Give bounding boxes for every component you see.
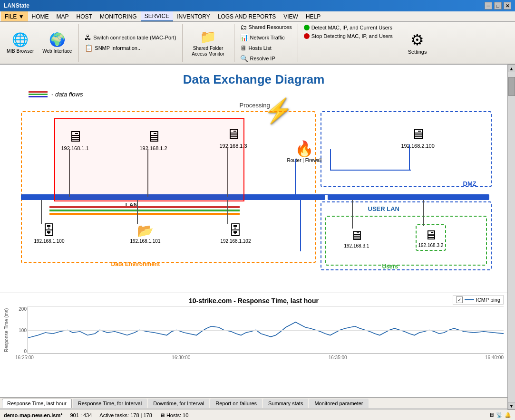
status-icons: 🖥 📡 🔔 [489,412,511,418]
diagram-legend: - data flows [0,91,507,98]
right-scrollbar: ▲ ▼ [507,65,515,410]
menu-logs[interactable]: LOGS AND REPORTS [214,11,280,21]
ribbon-group-resources: 🗂 Shared Resources 📊 Network Traffic 🖥 H… [234,24,298,62]
menu-monitoring[interactable]: MONITORING [96,11,141,21]
node-192-168-3-1[interactable]: 🖥 192.168.3.1 [344,228,369,248]
y-tick-labels: 200 100 0 [13,306,28,354]
menu-view[interactable]: VIEW [280,11,302,21]
detect-mac-button[interactable]: Detect MAC, IP, and Current Users [302,24,395,31]
x-label-4: 16:40:00 [485,355,504,360]
menu-help[interactable]: HELP [302,11,324,21]
resolve-ip-button[interactable]: 🔍 Resolve IP [238,54,294,63]
flow-red [49,206,240,208]
y-label-200: 200 [19,306,27,312]
network-traffic-button[interactable]: 📊 Network Traffic [238,33,294,42]
vline-router-down [300,194,301,251]
icmp-ping-checkbox[interactable]: ✓ [456,296,463,303]
menu-inventory[interactable]: INVENTORY [173,11,214,21]
user-lan-label: USER LAN [368,205,399,212]
tab-response-interval[interactable]: Response Time, for Interval [73,399,147,408]
node-192-168-1-100[interactable]: 🗄 192.168.1.100 [34,223,65,244]
node-3-2-icon: 🖥 [424,227,437,243]
window-controls: ─ □ ✕ [485,2,511,10]
vline-3-2 [423,200,424,226]
x-label-1: 16:25:00 [15,355,34,360]
node-102-icon: 🗄 [229,223,242,239]
tab-monitored-param[interactable]: Monitored parameter [309,399,368,408]
close-button[interactable]: ✕ [504,2,511,10]
dmz-label: DMZ [463,180,476,187]
tab-downtime-interval[interactable]: Downtime, for Interval [148,399,209,408]
diagram-title: Data Exchange Diagram [0,65,507,91]
node-192-168-2-100[interactable]: 🖥 192.168.2.100 [401,125,435,149]
chart-area: 10-strike.com - Response Time, last hour… [0,293,507,397]
tab-bar: Response Time, last hour Response Time, … [0,397,507,408]
status-icon-1: 🖥 [489,412,494,418]
scroll-down-button[interactable]: ▼ [508,402,515,410]
web-interface-label: Web Interface [42,48,72,54]
user-lan-bus [328,194,489,200]
node-102-label: 192.168.1.102 [221,239,251,244]
bottom-options: Show date labels on the time axis Light … [0,408,507,410]
settings-button[interactable]: ⚙ Settings [402,29,433,57]
hline-dmz [330,170,411,171]
mib-browser-button[interactable]: 🌐 MIB Browser [4,30,37,56]
detect-green-icon [304,25,310,30]
tab-response-last-hour[interactable]: Response Time, last hour [2,399,72,408]
tab-summary-stats[interactable]: Summary stats [263,399,308,408]
web-interface-icon: 🌍 [49,32,66,48]
menu-map[interactable]: MAP [53,11,73,21]
settings-label: Settings [408,49,427,55]
users-label: Users [382,263,398,270]
node-3-2-label: 192.168.3.2 [418,243,444,248]
flow-orange [49,213,240,215]
vline-102 [227,200,228,224]
shared-folder-icon: 📁 [200,29,216,45]
hosts-list-icon: 🖥 [240,44,247,52]
node-100-label: 192.168.1.100 [34,239,65,244]
menu-file[interactable]: FILE ▼ [1,11,28,21]
mib-browser-icon: 🌐 [12,32,29,48]
web-interface-button[interactable]: 🌍 Web Interface [39,30,75,56]
network-diagram: Processing ⚡ Data Environment DMZ USER L… [7,102,501,273]
hosts-label: 🖥 Hosts: 10 [160,412,189,418]
router-label: Router | Firewall [287,158,322,163]
legend-green-line [29,94,48,95]
node-3-1-label: 192.168.3.1 [344,243,369,248]
switch-conn-label: Switch connection table (MAC-Port) [93,35,176,40]
menu-host[interactable]: HOST [73,11,96,21]
node-192-168-1-102[interactable]: 🗄 192.168.1.102 [221,223,251,244]
menu-home[interactable]: HOME [28,11,53,21]
switch-items: 🖧 Switch connection table (MAC-Port) 📋 S… [83,33,178,53]
minimize-button[interactable]: ─ [485,2,492,10]
snmp-info-button[interactable]: 📋 SNMP Information... [83,43,178,53]
tab-report-failures[interactable]: Report on failures [210,399,262,408]
data-environment-label: Data Environment [111,261,160,267]
main-scroll-panel: Data Exchange Diagram - data flows Proce… [0,65,507,410]
snmp-info-label: SNMP Information... [95,45,142,51]
node-3-2-dashed[interactable]: 🖥 192.168.3.2 [416,224,447,251]
maximize-button[interactable]: □ [494,2,502,10]
coords-label: 901 : 434 [70,412,92,418]
shared-folder-monitor-button[interactable]: 📁 Shared Folder Access Monitor [186,27,230,59]
switch-conn-button[interactable]: 🖧 Switch connection table (MAC-Port) [83,33,178,42]
grid-200 [28,306,504,307]
stop-detect-button[interactable]: Stop Detecting MAC, IP, and Users [302,32,395,40]
ribbon-group-switch: 🖧 Switch connection table (MAC-Port) 📋 S… [79,24,182,62]
x-label-2: 16:30:00 [172,355,190,360]
hline-to-dmz [300,194,329,195]
dmz-server-icon: 🖥 [410,125,426,143]
menu-service[interactable]: SERVICE [141,11,173,21]
shared-resources-label: Shared Resources [249,24,292,30]
hosts-list-button[interactable]: 🖥 Hosts List [238,43,294,53]
resource-items: 🗂 Shared Resources 📊 Network Traffic 🖥 H… [238,22,294,63]
resolve-ip-icon: 🔍 [240,55,248,62]
node-192-168-1-101[interactable]: 📂 192.168.1.101 [130,223,161,244]
scroll-up-button[interactable]: ▲ [508,65,515,72]
node-router-firewall[interactable]: 🔥 Router | Firewall [287,140,322,163]
scroll-thumb[interactable] [508,77,515,96]
shared-resources-button[interactable]: 🗂 Shared Resources [238,22,294,32]
snmp-icon: 📋 [85,44,93,52]
y-axis-label: Response Time (ms) [4,306,13,354]
vline-3-1 [352,200,353,229]
